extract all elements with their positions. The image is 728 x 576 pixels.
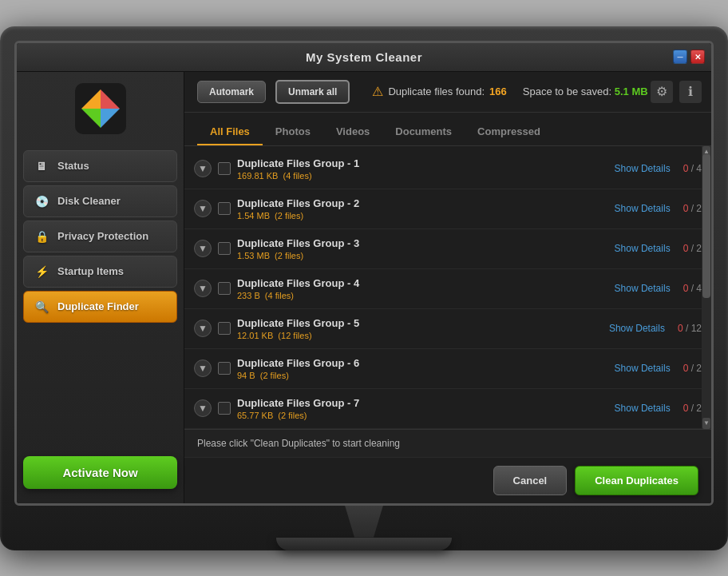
automark-button[interactable]: Automark (197, 81, 266, 103)
group-meta: 169.81 KB (4 files) (237, 171, 608, 181)
show-details-link[interactable]: Show Details (615, 243, 671, 254)
tab-compressed[interactable]: Compressed (465, 119, 553, 145)
sidebar-item-privacy[interactable]: 🔒 Privacy Protection (23, 220, 177, 252)
clean-duplicates-button[interactable]: Clean Duplicates (575, 466, 698, 495)
expand-button[interactable]: ▼ (194, 280, 212, 297)
marked-count: 0 (683, 243, 689, 254)
file-group-row: ▼ Duplicate Files Group - 7 65.77 KB (2 … (184, 389, 711, 429)
scrollbar-track: ▲ ▼ (702, 146, 711, 429)
expand-button[interactable]: ▼ (194, 160, 212, 177)
sidebar-item-duplicate[interactable]: 🔍 Duplicate Finder (23, 291, 177, 323)
marked-count: 0 (683, 163, 689, 174)
warning-icon: ⚠ (372, 84, 383, 99)
status-message: Please click "Clean Duplicates" to start… (197, 438, 400, 449)
group-name: Duplicate Files Group - 6 (237, 357, 608, 369)
stand-neck (332, 506, 396, 538)
marked-count: 0 (683, 203, 689, 214)
row-checkbox-5[interactable] (218, 362, 231, 375)
main-toolbar: Automark Unmark all ⚠ Duplicate files fo… (184, 72, 711, 113)
expand-button[interactable]: ▼ (194, 200, 212, 217)
show-details-link[interactable]: Show Details (615, 403, 671, 414)
count-separator: / 12 (686, 323, 702, 334)
group-info: Duplicate Files Group - 1 169.81 KB (4 f… (237, 157, 608, 181)
tab-videos[interactable]: Videos (323, 119, 382, 145)
show-details-link[interactable]: Show Details (615, 363, 671, 374)
scrollbar-thumb[interactable] (702, 154, 710, 298)
startup-icon: ⚡ (34, 264, 49, 280)
row-checkbox-6[interactable] (218, 402, 231, 415)
chevron-down-icon: ▼ (198, 283, 208, 294)
sidebar-item-duplicate-label: Duplicate Finder (57, 300, 139, 312)
svg-marker-3 (81, 109, 101, 128)
show-details-link[interactable]: Show Details (615, 163, 671, 174)
file-group-row: ▼ Duplicate Files Group - 4 233 B (4 fil… (184, 269, 711, 309)
count-badge: 0 / 2 (683, 203, 702, 214)
count-separator: / 2 (691, 203, 702, 214)
row-checkbox-3[interactable] (218, 282, 231, 295)
count-badge: 0 / 4 (683, 283, 702, 294)
group-meta: 233 B (4 files) (237, 291, 608, 300)
gear-button[interactable]: ⚙ (651, 81, 673, 103)
expand-button[interactable]: ▼ (194, 320, 212, 337)
duplicate-info: ⚠ Duplicate files found: 166 Space to be… (372, 84, 647, 99)
tab-photos[interactable]: Photos (263, 119, 323, 145)
monitor-stand (14, 506, 714, 538)
show-details-link[interactable]: Show Details (615, 283, 671, 294)
space-value: 5.1 MB (615, 85, 648, 97)
file-group-row: ▼ Duplicate Files Group - 3 1.53 MB (2 f… (184, 229, 711, 269)
sidebar-item-startup-label: Startup Items (57, 265, 124, 277)
unmark-all-button[interactable]: Unmark all (275, 80, 350, 104)
bottom-actions: Cancel Clean Duplicates (184, 457, 711, 503)
main-content: Automark Unmark all ⚠ Duplicate files fo… (184, 72, 711, 503)
group-name: Duplicate Files Group - 5 (237, 317, 603, 329)
marked-count: 0 (678, 323, 683, 334)
show-details-link[interactable]: Show Details (615, 203, 671, 214)
count-separator: / 2 (691, 363, 702, 374)
group-meta: 1.53 MB (2 files) (237, 251, 608, 260)
group-meta: 94 B (2 files) (237, 371, 608, 380)
info-icon: ℹ (688, 84, 693, 99)
group-meta: 1.54 MB (2 files) (237, 211, 608, 220)
group-meta: 12.01 KB (12 files) (237, 331, 603, 340)
status-icon: 🖥 (34, 158, 49, 174)
expand-button[interactable]: ▼ (194, 399, 212, 417)
scroll-down-arrow[interactable]: ▼ (702, 418, 710, 429)
sidebar-item-disk-cleaner-label: Disk Cleaner (57, 195, 121, 207)
window-title: My System Cleaner (306, 50, 422, 64)
count-separator: / 4 (691, 163, 702, 174)
show-details-link[interactable]: Show Details (609, 323, 665, 334)
row-checkbox-0[interactable] (218, 162, 231, 175)
group-info: Duplicate Files Group - 2 1.54 MB (2 fil… (237, 197, 608, 220)
row-checkbox-1[interactable] (218, 202, 231, 215)
expand-button[interactable]: ▼ (194, 240, 212, 257)
sidebar-item-startup[interactable]: ⚡ Startup Items (23, 256, 177, 288)
privacy-icon: 🔒 (34, 228, 49, 244)
row-checkbox-2[interactable] (218, 242, 231, 255)
base-foot (276, 538, 452, 550)
logo-box (75, 83, 126, 134)
row-checkbox-4[interactable] (218, 322, 231, 335)
info-button[interactable]: ℹ (679, 81, 702, 103)
chevron-down-icon: ▼ (198, 363, 208, 374)
expand-button[interactable]: ▼ (194, 360, 212, 377)
dup-found-label: Duplicate files found: (388, 85, 485, 97)
svg-marker-2 (81, 89, 101, 109)
count-badge: 0 / 4 (683, 163, 702, 174)
activate-now-button[interactable]: Activate Now (23, 456, 177, 489)
monitor-outer: My System Cleaner ─ ✕ (0, 26, 728, 550)
tab-documents[interactable]: Documents (382, 119, 465, 145)
minimize-button[interactable]: ─ (673, 50, 687, 64)
sidebar-item-status[interactable]: 🖥 Status (23, 150, 177, 182)
space-label: Space to be saved: (523, 85, 611, 97)
cancel-button[interactable]: Cancel (493, 466, 568, 495)
space-save-section: Space to be saved: 5.1 MB (523, 85, 648, 97)
file-list[interactable]: ▼ Duplicate Files Group - 1 169.81 KB (4… (184, 146, 711, 429)
tab-all-files[interactable]: All Files (197, 119, 263, 145)
sidebar: 🖥 Status 💿 Disk Cleaner 🔒 Privacy Protec… (17, 72, 184, 503)
marked-count: 0 (683, 363, 689, 374)
count-badge: 0 / 2 (683, 403, 702, 414)
title-bar: My System Cleaner ─ ✕ (17, 43, 711, 72)
close-button[interactable]: ✕ (690, 50, 705, 64)
sidebar-item-disk-cleaner[interactable]: 💿 Disk Cleaner (23, 185, 177, 217)
group-info: Duplicate Files Group - 3 1.53 MB (2 fil… (237, 237, 608, 260)
